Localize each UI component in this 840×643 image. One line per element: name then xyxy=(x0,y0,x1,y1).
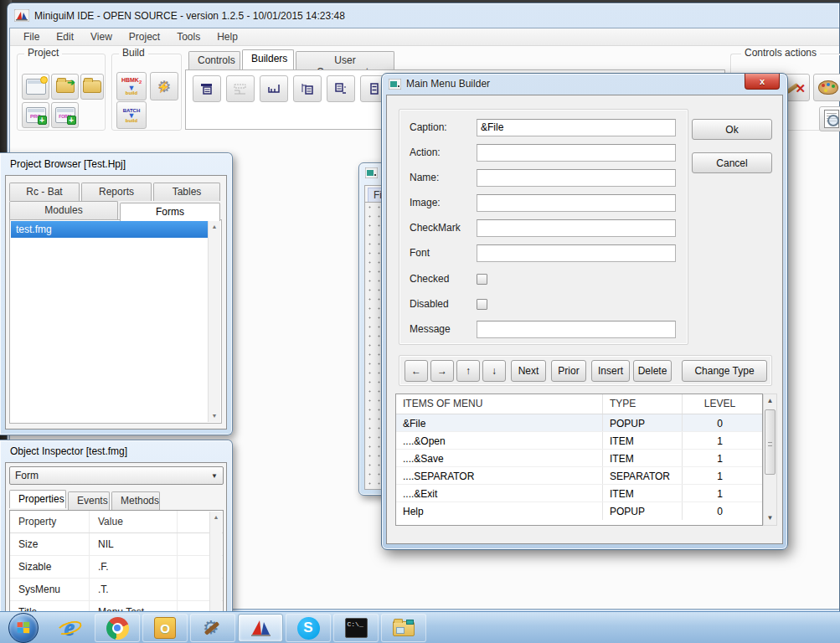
move-down-button[interactable]: ↓ xyxy=(482,360,506,382)
statusbar-builder-button[interactable] xyxy=(260,75,288,102)
menu-edit[interactable]: Edit xyxy=(48,29,82,44)
compile-button[interactable]: ⚙ ⚡ xyxy=(150,72,178,100)
taskbar-command-prompt[interactable]: C:\_ xyxy=(333,614,379,642)
new-project-button[interactable] xyxy=(22,74,49,100)
notify-menu-builder-button[interactable] xyxy=(327,75,355,102)
new-prg-button[interactable]: PRG+ xyxy=(22,102,49,128)
caption-field[interactable] xyxy=(477,119,676,136)
menu-tools[interactable]: Tools xyxy=(168,29,209,44)
taskbar-internet-explorer[interactable]: e xyxy=(55,614,84,640)
cancel-button[interactable]: Cancel xyxy=(692,152,772,173)
taskbar-skype[interactable]: S xyxy=(286,614,331,642)
menu-view[interactable]: View xyxy=(82,29,121,44)
save-project-icon xyxy=(83,80,101,93)
scroll-up-icon[interactable]: ▲ xyxy=(764,394,776,408)
properties-scrollbar[interactable]: ▲ xyxy=(209,512,222,627)
batch-build-button[interactable]: BATCH ▼ build xyxy=(116,101,147,129)
move-left-button[interactable]: ← xyxy=(405,360,428,382)
tab-rc-bat[interactable]: Rc - Bat xyxy=(9,183,80,201)
name-label: Name: xyxy=(410,172,477,183)
image-label: Image: xyxy=(410,197,477,208)
menu-table-header: ITEMS OF MENU TYPE LEVEL xyxy=(396,394,762,414)
disabled-checkbox[interactable] xyxy=(477,299,487,310)
table-row[interactable]: Sizable.F. xyxy=(10,556,223,579)
project-browser-client: Rc - Bat Reports Tables Modules Forms te… xyxy=(5,175,227,430)
dialog-titlebar[interactable]: Main Menu Builder xyxy=(389,78,490,90)
close-button[interactable]: x xyxy=(745,74,780,90)
scroll-down-icon[interactable]: ▼ xyxy=(764,512,776,525)
menu-help[interactable]: Help xyxy=(209,29,246,44)
action-field[interactable] xyxy=(477,144,676,162)
move-up-button[interactable]: ↑ xyxy=(456,360,480,382)
font-field[interactable] xyxy=(477,244,676,262)
tab-controls[interactable]: Controls xyxy=(188,51,240,69)
table-row[interactable]: ....SEPARATORSEPARATOR1 xyxy=(396,467,762,485)
delete-button[interactable]: Delete xyxy=(633,360,672,382)
prior-button[interactable]: Prior xyxy=(551,360,586,382)
column-level[interactable]: LEVEL xyxy=(683,394,750,414)
table-row[interactable]: &FilePOPUP0 xyxy=(396,414,762,432)
fields-groupbox: Caption: Action: Name: Image: CheckMark … xyxy=(399,109,688,345)
change-type-button[interactable]: Change Type xyxy=(682,360,767,382)
table-row[interactable]: SysMenu.T. xyxy=(10,579,223,601)
taskbar-minigui-ide[interactable] xyxy=(238,614,283,642)
save-project-button[interactable] xyxy=(80,74,104,100)
forms-list-scrollbar[interactable]: ▲ ▼ xyxy=(208,221,220,422)
scroll-up-icon[interactable]: ▲ xyxy=(209,221,220,233)
taskbar-file-manager[interactable] xyxy=(381,614,426,642)
table-row[interactable]: ....&SaveITEM1 xyxy=(396,450,762,467)
column-property[interactable]: Property xyxy=(10,511,90,532)
column-items-of-menu[interactable]: ITEMS OF MENU xyxy=(396,394,603,414)
name-field[interactable] xyxy=(477,169,676,187)
scroll-down-icon[interactable]: ▼ xyxy=(209,410,220,422)
column-value[interactable]: Value xyxy=(90,511,178,532)
checked-checkbox[interactable] xyxy=(477,274,487,285)
tab-tables[interactable]: Tables xyxy=(153,183,220,201)
taskbar-dev-tools[interactable]: ⚙ xyxy=(190,614,235,642)
palette-button[interactable] xyxy=(813,74,840,101)
toolbar-builder-button[interactable] xyxy=(226,75,255,102)
caption-label: Caption: xyxy=(410,121,477,133)
move-right-button[interactable]: → xyxy=(430,360,454,382)
menu-file[interactable]: File xyxy=(15,29,48,44)
tab-user-components[interactable]: User Components xyxy=(296,51,394,69)
object-inspector-window: Object Inspector [test.fmg] Form ▼ Prope… xyxy=(0,440,233,632)
message-field[interactable] xyxy=(477,321,676,338)
scroll-thumb[interactable] xyxy=(765,409,776,475)
image-field[interactable] xyxy=(477,194,676,212)
tab-builders[interactable]: Builders xyxy=(242,49,294,69)
hbmk2-build-button[interactable]: HBMK2 ▼ build xyxy=(116,72,147,100)
table-row[interactable]: SizeNIL xyxy=(10,533,223,556)
insert-button[interactable]: Insert xyxy=(591,360,630,382)
main-menu-builder-button[interactable] xyxy=(193,75,221,102)
table-row[interactable]: ....&OpenITEM1 xyxy=(396,432,762,450)
menu-project[interactable]: Project xyxy=(121,29,168,44)
taskbar-outlook[interactable]: O xyxy=(142,614,188,642)
tab-modules[interactable]: Modules xyxy=(9,201,118,219)
table-row[interactable]: HelpPOPUP0 xyxy=(396,502,762,520)
outlook-icon: O xyxy=(154,617,176,639)
new-form-button[interactable]: FORM+ xyxy=(51,102,79,128)
open-project-button[interactable]: ➔ xyxy=(51,74,79,100)
start-button[interactable] xyxy=(8,613,39,643)
tab-properties[interactable]: Properties xyxy=(9,490,66,508)
scroll-up-icon[interactable]: ▲ xyxy=(210,512,222,523)
ok-button[interactable]: Ok xyxy=(692,119,772,140)
context-menu-builder-button[interactable] xyxy=(293,75,322,102)
main-titlebar[interactable]: MiniguiM IDE - OPEN SOURCE - version 1.2… xyxy=(8,3,839,28)
list-item[interactable]: test.fmg xyxy=(11,221,208,238)
table-row[interactable]: ....&ExitITEM1 xyxy=(396,485,762,502)
object-selector-value: Form xyxy=(15,470,39,481)
tab-methods[interactable]: Methods xyxy=(111,491,160,510)
checkmark-field[interactable] xyxy=(477,219,676,237)
tab-forms[interactable]: Forms xyxy=(120,203,220,221)
open-project-icon: ➔ xyxy=(56,80,75,93)
tab-events[interactable]: Events xyxy=(68,491,110,510)
menu-table-scrollbar[interactable]: ▲ ▼ xyxy=(763,394,777,526)
report-preview-button[interactable] xyxy=(819,106,840,131)
taskbar-chrome[interactable] xyxy=(95,614,140,642)
column-type[interactable]: TYPE xyxy=(603,394,683,414)
tab-reports[interactable]: Reports xyxy=(81,183,152,201)
next-button[interactable]: Next xyxy=(511,360,546,382)
object-selector-combobox[interactable]: Form ▼ xyxy=(9,466,224,485)
